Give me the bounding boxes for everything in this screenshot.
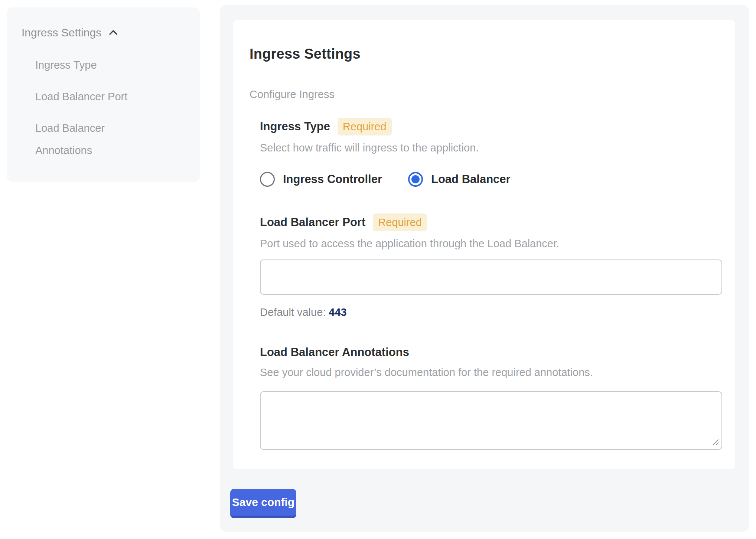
default-value-row: Default value:443 (260, 305, 720, 319)
load-balancer-port-input[interactable] (260, 259, 722, 295)
ingress-type-title-row: Ingress Type Required (260, 118, 720, 135)
save-config-button[interactable]: Save config (230, 489, 296, 518)
required-badge: Required (373, 213, 427, 231)
default-value-number: 443 (329, 306, 346, 318)
sidebar-item-load-balancer-port[interactable]: Load Balancer Port (35, 85, 158, 108)
settings-sidebar: Ingress Settings Ingress Type Load Balan… (7, 7, 200, 182)
ingress-form: Ingress Type Required Select how traffic… (260, 118, 720, 450)
lb-annotations-description: See your cloud provider’s documentation … (260, 365, 720, 379)
load-balancer-annotations-textarea[interactable] (260, 391, 722, 450)
radio-label-ingress-controller: Ingress Controller (283, 173, 382, 186)
sidebar-item-ingress-type[interactable]: Ingress Type (35, 54, 158, 76)
ingress-type-radio-row: Ingress Controller Load Balancer (260, 172, 720, 187)
section-ingress-type: Ingress Type Required Select how traffic… (260, 118, 720, 187)
ingress-type-title: Ingress Type (260, 119, 330, 134)
main-panel: Ingress Settings Configure Ingress Ingre… (220, 5, 749, 532)
lb-port-title-row: Load Balancer Port Required (260, 213, 720, 231)
radio-icon-selected[interactable] (408, 172, 423, 187)
lb-annotations-textarea-wrap (260, 391, 722, 450)
sidebar-item-list: Ingress Type Load Balancer Port Load Bal… (35, 54, 186, 161)
page-subtitle: Configure Ingress (250, 87, 720, 101)
default-value-label: Default value: (260, 306, 326, 318)
radio-option-load-balancer[interactable]: Load Balancer (408, 172, 511, 187)
ingress-type-description: Select how traffic will ingress to the a… (260, 141, 720, 155)
sidebar-heading-ingress-settings[interactable]: Ingress Settings (22, 25, 186, 40)
sidebar-item-load-balancer-annotations[interactable]: Load Balancer Annotations (35, 117, 158, 161)
chevron-up-icon (107, 27, 119, 39)
section-load-balancer-port: Load Balancer Port Required Port used to… (260, 213, 720, 319)
sidebar-heading-label: Ingress Settings (22, 25, 101, 40)
lb-port-title: Load Balancer Port (260, 215, 365, 230)
radio-icon-unselected[interactable] (260, 172, 275, 187)
lb-port-description: Port used to access the application thro… (260, 236, 720, 251)
lb-annotations-title: Load Balancer Annotations (260, 344, 409, 360)
section-load-balancer-annotations: Load Balancer Annotations See your cloud… (260, 344, 720, 450)
required-badge: Required (338, 118, 392, 135)
page-title: Ingress Settings (250, 45, 720, 63)
radio-option-ingress-controller[interactable]: Ingress Controller (260, 172, 382, 187)
lb-annotations-title-row: Load Balancer Annotations (260, 344, 720, 360)
radio-label-load-balancer: Load Balancer (431, 173, 511, 186)
ingress-settings-card: Ingress Settings Configure Ingress Ingre… (233, 20, 735, 469)
